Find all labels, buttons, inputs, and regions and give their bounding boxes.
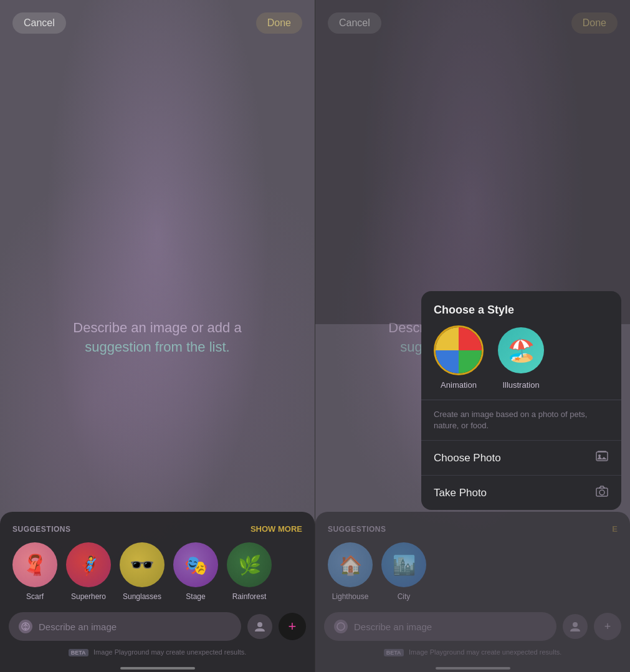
suggestion-stage[interactable]: 🎭 Stage bbox=[173, 542, 218, 601]
svg-rect-4 bbox=[598, 451, 606, 452]
left-home-indicator bbox=[120, 667, 195, 670]
right-show-more-button[interactable]: E bbox=[612, 524, 618, 534]
style-popup-title: Choose a Style bbox=[421, 291, 621, 325]
suggestion-scarf[interactable]: 🧣 Scarf bbox=[12, 542, 57, 601]
suggestion-rainforest-label: Rainforest bbox=[232, 592, 267, 601]
left-input-placeholder: Describe an image bbox=[39, 622, 117, 632]
left-done-button[interactable]: Done bbox=[256, 12, 302, 34]
illustration-circle-bg: 🏖️ bbox=[498, 327, 544, 373]
style-popup-description: Create an image based on a photo of pets… bbox=[421, 400, 621, 440]
right-input-field: Describe an image bbox=[324, 612, 556, 641]
right-top-bar: Cancel Done bbox=[315, 12, 630, 34]
beta-badge-right: BETA bbox=[384, 649, 404, 656]
right-input-bar: Describe an image + bbox=[315, 612, 630, 641]
left-beta-bar: BETA Image Playground may create unexpec… bbox=[0, 646, 315, 666]
right-beta-bar: BETA Image Playground may create unexpec… bbox=[315, 646, 630, 666]
animation-ball-icon bbox=[436, 327, 482, 373]
camera-icon bbox=[595, 484, 609, 501]
take-photo-action[interactable]: Take Photo bbox=[421, 475, 621, 510]
style-animation-circle bbox=[434, 325, 484, 375]
left-bottom-area: SUGGESTIONS SHOW MORE 🧣 Scarf 🦸 Superher… bbox=[0, 512, 315, 672]
suggestion-lighthouse-icon: 🏠 bbox=[328, 542, 373, 587]
style-popup: Choose a Style Animation 🏖️ Illustration bbox=[421, 291, 621, 510]
right-dim-overlay bbox=[315, 0, 630, 324]
choose-photo-action[interactable]: Choose Photo bbox=[421, 440, 621, 475]
right-avatar-button[interactable] bbox=[563, 614, 588, 639]
style-animation-option[interactable]: Animation bbox=[434, 325, 484, 390]
take-photo-label: Take Photo bbox=[434, 487, 487, 499]
svg-point-9 bbox=[573, 622, 578, 627]
right-plus-icon: + bbox=[604, 620, 611, 633]
style-illustration-label: Illustration bbox=[502, 380, 539, 390]
right-add-button[interactable]: + bbox=[594, 613, 621, 640]
style-illustration-circle: 🏖️ bbox=[496, 325, 546, 375]
suggestion-sunglasses[interactable]: 🕶️ Sunglasses bbox=[120, 542, 165, 601]
plus-icon: + bbox=[289, 618, 297, 635]
suggestion-lighthouse[interactable]: 🏠 Lighthouse bbox=[328, 542, 373, 601]
right-home-indicator bbox=[436, 667, 510, 670]
suggestion-superhero-label: Superhero bbox=[71, 592, 106, 601]
suggestion-stage-icon: 🎭 bbox=[173, 542, 218, 587]
suggestion-sunglasses-icon: 🕶️ bbox=[120, 542, 165, 587]
svg-point-8 bbox=[337, 623, 345, 630]
left-show-more-button[interactable]: SHOW MORE bbox=[251, 524, 302, 534]
beta-text-right: Image Playground may create unexpected r… bbox=[409, 648, 561, 656]
suggestion-scarf-label: Scarf bbox=[26, 592, 44, 601]
style-options: Animation 🏖️ Illustration bbox=[421, 325, 621, 400]
svg-point-2 bbox=[257, 622, 262, 627]
style-animation-label: Animation bbox=[441, 380, 477, 390]
photo-library-icon bbox=[595, 449, 609, 466]
left-panel: Cancel Done Describe an image or add a s… bbox=[0, 0, 315, 672]
suggestion-city-label: City bbox=[398, 592, 411, 601]
left-top-bar: Cancel Done bbox=[0, 12, 315, 34]
suggestion-superhero[interactable]: 🦸 Superhero bbox=[66, 542, 111, 601]
suggestion-scarf-icon: 🧣 bbox=[12, 542, 57, 587]
right-input-placeholder: Describe an image bbox=[354, 622, 432, 632]
right-cancel-button[interactable]: Cancel bbox=[328, 12, 381, 34]
right-bottom-content: SUGGESTIONS E 🏠 Lighthouse 🏙️ City bbox=[315, 512, 630, 672]
left-suggestions-row: 🧣 Scarf 🦸 Superhero 🕶️ Sunglasses bbox=[0, 542, 315, 601]
left-center-text-highlight: suggestion from the list. bbox=[85, 339, 229, 355]
suggestion-city-icon: 🏙️ bbox=[381, 542, 426, 587]
suggestion-sunglasses-label: Sunglasses bbox=[123, 592, 161, 601]
right-done-button[interactable]: Done bbox=[571, 12, 618, 34]
left-cancel-button[interactable]: Cancel bbox=[12, 12, 66, 34]
left-input-field[interactable]: Describe an image bbox=[9, 612, 241, 641]
right-suggestions-label: SUGGESTIONS bbox=[328, 525, 386, 534]
suggestion-stage-label: Stage bbox=[186, 592, 205, 601]
svg-point-7 bbox=[599, 490, 604, 495]
right-suggestions-header: SUGGESTIONS E bbox=[315, 524, 630, 534]
beta-text-left: Image Playground may create unexpected r… bbox=[93, 648, 246, 656]
right-suggestions-row: 🏠 Lighthouse 🏙️ City bbox=[315, 542, 630, 601]
suggestion-lighthouse-label: Lighthouse bbox=[332, 592, 369, 601]
style-illustration-option[interactable]: 🏖️ Illustration bbox=[496, 325, 546, 390]
suggestion-city[interactable]: 🏙️ City bbox=[381, 542, 426, 601]
suggestion-rainforest[interactable]: 🌿 Rainforest bbox=[227, 542, 272, 601]
suggestion-rainforest-icon: 🌿 bbox=[227, 542, 272, 587]
left-input-icon bbox=[19, 620, 32, 633]
left-suggestions-label: SUGGESTIONS bbox=[12, 525, 71, 534]
suggestion-superhero-icon: 🦸 bbox=[66, 542, 111, 587]
illustration-icon: 🏖️ bbox=[507, 337, 535, 363]
beta-badge-left: BETA bbox=[69, 649, 88, 656]
left-add-button[interactable]: + bbox=[279, 613, 306, 640]
left-suggestions-header: SUGGESTIONS SHOW MORE bbox=[0, 524, 315, 534]
left-center-text: Describe an image or add a suggestion fr… bbox=[58, 319, 257, 357]
left-avatar-button[interactable] bbox=[247, 614, 272, 639]
left-input-bar: Describe an image + bbox=[0, 612, 315, 641]
right-input-icon bbox=[334, 620, 348, 633]
choose-photo-label: Choose Photo bbox=[434, 452, 501, 464]
left-center-text-part1: Describe an image or add a bbox=[73, 320, 241, 335]
right-panel: Cancel Done Describe an image or add a s… bbox=[315, 0, 630, 672]
